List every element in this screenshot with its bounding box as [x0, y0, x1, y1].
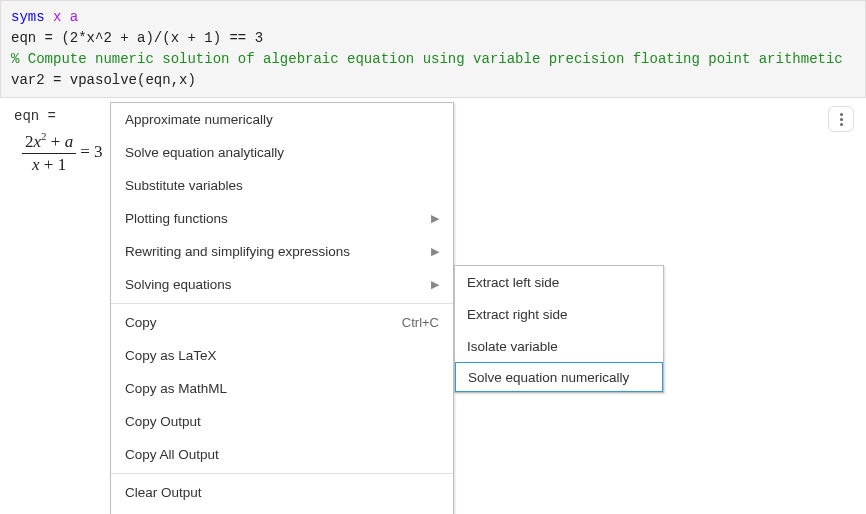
submenu-arrow-icon: ▶ — [431, 212, 439, 225]
code-block[interactable]: syms x a eqn = (2*x^2 + a)/(x + 1) == 3 … — [0, 0, 866, 98]
menu-substitute-variables[interactable]: Substitute variables — [111, 169, 453, 202]
code-comment: % Compute numeric solution of algebraic … — [11, 51, 843, 67]
menu-solving-equations[interactable]: Solving equations ▶ — [111, 268, 453, 301]
menu-separator — [111, 303, 453, 304]
menu-copy-latex[interactable]: Copy as LaTeX — [111, 339, 453, 372]
submenu-extract-left[interactable]: Extract left side — [455, 266, 663, 298]
code-line-2: eqn = (2*x^2 + a)/(x + 1) == 3 — [11, 30, 263, 46]
submenu-extract-right[interactable]: Extract right side — [455, 298, 663, 330]
syms-variables: x a — [53, 9, 78, 25]
menu-plotting-functions[interactable]: Plotting functions ▶ — [111, 202, 453, 235]
syms-keyword: syms — [11, 9, 45, 25]
submenu-solve-numerically[interactable]: Solve equation numerically — [455, 362, 663, 392]
submenu-arrow-icon: ▶ — [431, 278, 439, 291]
menu-solve-analytically[interactable]: Solve equation analytically — [111, 136, 453, 169]
submenu-isolate-variable[interactable]: Isolate variable — [455, 330, 663, 362]
menu-copy-all-output[interactable]: Copy All Output — [111, 438, 453, 471]
solving-equations-submenu: Extract left side Extract right side Iso… — [454, 265, 664, 393]
menu-copy[interactable]: Copy Ctrl+C — [111, 306, 453, 339]
menu-copy-mathml[interactable]: Copy as MathML — [111, 372, 453, 405]
menu-rewriting-simplifying[interactable]: Rewriting and simplifying expressions ▶ — [111, 235, 453, 268]
menu-clear-all-output[interactable]: Clear All Output — [111, 509, 453, 514]
denominator: x + 1 — [29, 154, 69, 175]
numerator: 2x2 + a — [22, 130, 76, 154]
menu-clear-output[interactable]: Clear Output — [111, 476, 453, 509]
more-options-button[interactable] — [828, 106, 854, 132]
context-menu: Approximate numerically Solve equation a… — [110, 102, 454, 514]
menu-separator — [111, 473, 453, 474]
shortcut-label: Ctrl+C — [402, 315, 439, 330]
fraction: 2x2 + a x + 1 — [22, 130, 76, 175]
menu-approximate-numerically[interactable]: Approximate numerically — [111, 103, 453, 136]
code-line-4: var2 = vpasolve(eqn,x) — [11, 72, 196, 88]
menu-copy-output[interactable]: Copy Output — [111, 405, 453, 438]
equals-part: = 3 — [80, 142, 102, 162]
submenu-arrow-icon: ▶ — [431, 245, 439, 258]
